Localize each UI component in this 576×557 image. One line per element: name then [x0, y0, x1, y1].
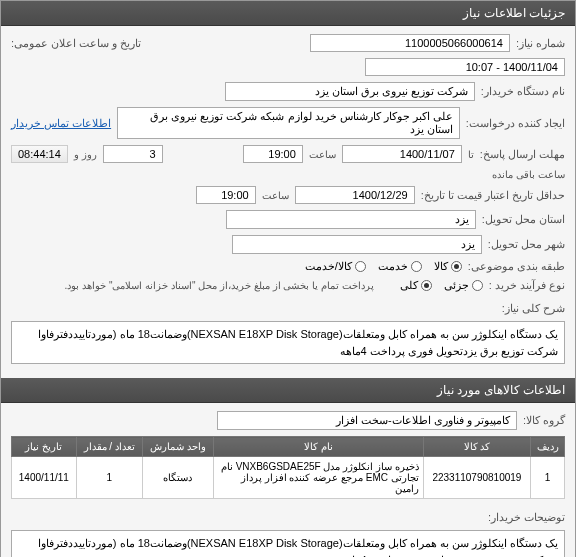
table-row: 1 2233110790810019 ذخیره ساز انکلوژر مدل…: [12, 457, 565, 499]
goods-group-label: گروه کالا:: [523, 414, 565, 427]
city-label: شهر محل تحویل:: [488, 238, 565, 251]
td-name: ذخیره ساز انکلوژر مدل VNXB6GSDAE25F نام …: [213, 457, 423, 499]
td-qty: 1: [76, 457, 142, 499]
radio-partial-label: جزئی: [444, 279, 469, 292]
response-time: 19:00: [243, 145, 303, 163]
th-name: نام کالا: [213, 437, 423, 457]
td-unit: دستگاه: [142, 457, 213, 499]
need-number-value: 1100005066000614: [310, 34, 510, 52]
province-label: استان محل تحویل:: [482, 213, 565, 226]
radio-icon: [411, 261, 422, 272]
section-header-goods: اطلاعات کالاهای مورد نیاز: [1, 378, 575, 403]
purchase-process-label: نوع فرآیند خرید :: [489, 279, 565, 292]
validity-date: 1400/12/29: [295, 186, 415, 204]
city-value: یزد: [232, 235, 482, 254]
td-row: 1: [531, 457, 565, 499]
td-date: 1400/11/11: [12, 457, 77, 499]
section-header-details: جزئیات اطلاعات نیاز: [1, 1, 575, 26]
goods-group-value: کامپیوتر و فناوری اطلاعات-سخت افزار: [217, 411, 517, 430]
days-label: روز و: [74, 149, 97, 160]
province-value: یزد: [226, 210, 476, 229]
creator-value: علی اکبر جوکار کارشناس خرید لوازم شبکه ش…: [117, 107, 460, 139]
radio-icon: [451, 261, 462, 272]
buyer-notes-text: یک دستگاه اینکلوژر سن به همراه کابل ومتع…: [11, 530, 565, 557]
validity-label: حداقل تاریخ اعتبار قیمت تا تاریخ:: [421, 189, 565, 202]
buyer-device-value: شرکت توزیع نیروی برق استان یزد: [225, 82, 475, 101]
goods-table: ردیف کد کالا نام کالا واحد شمارش تعداد /…: [11, 436, 565, 499]
desc-text: یک دستگاه اینکلوژر سن به همراه کابل ومتع…: [11, 321, 565, 364]
remaining-time: 08:44:14: [11, 145, 68, 163]
validity-time: 19:00: [196, 186, 256, 204]
response-date: 1400/11/07: [342, 145, 462, 163]
td-code: 2233110790810019: [423, 457, 530, 499]
desc-label: شرح کلی نیاز:: [502, 298, 565, 315]
radio-full-label: کلی: [400, 279, 418, 292]
need-number-label: شماره نیاز:: [516, 37, 565, 50]
radio-service-label: خدمت: [378, 260, 408, 273]
radio-service[interactable]: خدمت: [378, 260, 422, 273]
buyer-device-label: نام دستگاه خریدار:: [481, 85, 565, 98]
th-row: ردیف: [531, 437, 565, 457]
buyer-notes-label: توضیحات خریدار:: [488, 507, 565, 524]
th-unit: واحد شمارش: [142, 437, 213, 457]
radio-icon: [421, 280, 432, 291]
announce-label: تاریخ و ساعت اعلان عمومی:: [11, 37, 141, 50]
purchase-note: پرداخت تمام یا بخشی از مبلغ خرید،از محل …: [65, 280, 374, 291]
radio-full[interactable]: کلی: [400, 279, 432, 292]
radio-both-label: کالا/خدمت: [305, 260, 352, 273]
time-label-2: ساعت: [262, 190, 289, 201]
pbs-label: طبقه بندی موضوعی:: [468, 260, 565, 273]
radio-icon: [355, 261, 366, 272]
radio-icon: [472, 280, 483, 291]
th-date: تاریخ نیاز: [12, 437, 77, 457]
th-qty: تعداد / مقدار: [76, 437, 142, 457]
announce-value: 1400/11/04 - 10:07: [365, 58, 565, 76]
time-label-1: ساعت: [309, 149, 336, 160]
radio-goods-label: کالا: [434, 260, 448, 273]
until-label-1: تا: [468, 149, 474, 160]
th-code: کد کالا: [423, 437, 530, 457]
radio-both[interactable]: کالا/خدمت: [305, 260, 366, 273]
creator-label: ایجاد کننده درخواست:: [466, 117, 565, 130]
radio-goods[interactable]: کالا: [434, 260, 462, 273]
days-value: 3: [103, 145, 163, 163]
remaining-label: ساعت باقی مانده: [492, 169, 565, 180]
radio-partial[interactable]: جزئی: [444, 279, 483, 292]
contact-link[interactable]: اطلاعات تماس خریدار: [11, 117, 111, 130]
response-deadline-label: مهلت ارسال پاسخ:: [480, 148, 565, 161]
